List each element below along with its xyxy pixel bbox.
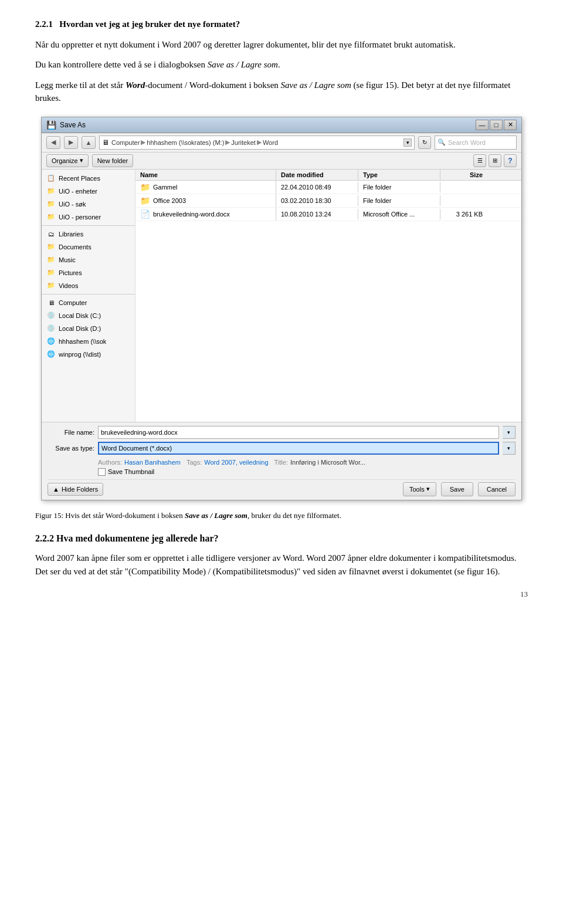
file-name-gammel: 📁 Gammel	[135, 181, 276, 194]
col-header-type[interactable]: Type	[358, 170, 440, 180]
sidebar-divider-1	[42, 225, 135, 226]
address-icon: 🖥	[102, 138, 109, 147]
page-number: 13	[35, 590, 528, 599]
save-button[interactable]: Save	[441, 482, 473, 496]
file-date-gammel: 22.04.2010 08:49	[276, 182, 358, 192]
sidebar-item-music[interactable]: 📁 Music	[42, 253, 135, 266]
sidebar-item-uio-personer[interactable]: 📁 UiO - personer	[42, 211, 135, 224]
sidebar-item-videos[interactable]: 📁 Videos	[42, 279, 135, 292]
file-type-docx: Microsoft Office ...	[358, 209, 440, 219]
file-size-docx: 3 261 KB	[440, 209, 487, 219]
authors-meta: Authors: Hasan Banihashem	[98, 459, 181, 466]
view-toggle-button[interactable]: ⊞	[489, 154, 501, 167]
file-date-office2003: 03.02.2010 18:30	[276, 195, 358, 206]
figure-caption: Figur 15: Hvis det står Word-dokument i …	[35, 510, 528, 522]
savetype-row: Save as type: ▾	[48, 442, 515, 455]
search-icon: 🔍	[437, 138, 446, 146]
sidebar-item-documents[interactable]: 📁 Documents	[42, 241, 135, 253]
sidebar-item-computer[interactable]: 🖥 Computer	[42, 296, 135, 309]
file-size-office2003	[440, 199, 487, 202]
address-content: Computer ▶ hhhashem (\\sokrates) (M:) ▶ …	[111, 138, 401, 146]
hide-icon: ▲	[53, 486, 59, 493]
pictures-icon: 📁	[46, 268, 56, 277]
footer-meta: Authors: Hasan Banihashem Tags: Word 200…	[48, 458, 515, 467]
sidebar-item-uio-enheter[interactable]: 📁 UiO - enheter	[42, 185, 135, 198]
folder-icon-office: 📁	[140, 196, 150, 205]
dialog-toolbar: ◀ ▶ ▲ 🖥 Computer ▶ hhhashem (\\sokrates)…	[42, 133, 521, 153]
music-icon: 📁	[46, 255, 56, 265]
paragraph-2: Du kan kontrollere dette ved å se i dial…	[35, 58, 528, 72]
filename-dropdown[interactable]: ▾	[503, 426, 515, 439]
savetype-label: Save as type:	[48, 445, 94, 452]
minimize-button[interactable]: —	[476, 120, 489, 130]
file-type-office2003: File folder	[358, 195, 440, 206]
main-panel: Name Date modified Type Size 📁 Gammel 22…	[135, 170, 521, 422]
file-date-docx: 10.08.2010 13:24	[276, 209, 358, 219]
col-header-name[interactable]: Name	[135, 170, 276, 180]
filename-label: File name:	[48, 429, 94, 436]
filename-input[interactable]	[98, 426, 499, 439]
organize-dropdown-icon: ▾	[80, 157, 83, 164]
paragraph-1: Når du oppretter et nytt dokument i Word…	[35, 38, 528, 52]
disk-c-icon: 💿	[46, 311, 56, 320]
sidebar-item-uio-sok[interactable]: 📁 UiO - søk	[42, 198, 135, 211]
help-button[interactable]: ?	[504, 154, 517, 167]
cancel-button[interactable]: Cancel	[478, 482, 515, 496]
folder-icon-gammel: 📁	[140, 182, 150, 192]
thumbnail-label: Save Thumbnail	[108, 468, 154, 475]
view-button[interactable]: ☰	[473, 154, 486, 167]
file-list-header: Name Date modified Type Size	[135, 170, 521, 181]
hide-folders-button[interactable]: ▲ Hide Folders	[48, 483, 103, 496]
col-header-date[interactable]: Date modified	[276, 170, 358, 180]
close-button[interactable]: ✕	[504, 120, 517, 130]
file-row-gammel[interactable]: 📁 Gammel 22.04.2010 08:49 File folder	[135, 181, 521, 194]
refresh-button[interactable]: ↻	[418, 136, 431, 149]
organize-button[interactable]: Organize ▾	[46, 154, 89, 167]
save-as-dialog-wrapper: 💾 Save As — □ ✕ ◀ ▶ ▲ 🖥 Computer ▶ hhhas…	[35, 117, 528, 500]
file-row-office2003[interactable]: 📁 Office 2003 03.02.2010 18:30 File fold…	[135, 194, 521, 208]
address-bar[interactable]: 🖥 Computer ▶ hhhashem (\\sokrates) (M:) …	[99, 136, 415, 150]
title-meta: Title: Innføring i Microsoft Wor...	[274, 459, 366, 466]
savetype-dropdown[interactable]: ▾	[503, 442, 515, 455]
sidebar-item-pictures[interactable]: 📁 Pictures	[42, 266, 135, 279]
search-bar[interactable]: 🔍 Search Word	[435, 136, 517, 150]
back-button[interactable]: ◀	[46, 136, 60, 149]
docx-icon: 📄	[140, 209, 150, 219]
sidebar-item-hhhashem[interactable]: 🌐 hhhashem (\\sok	[42, 335, 135, 348]
up-button[interactable]: ▲	[82, 136, 96, 149]
action-left: Organize ▾ New folder	[46, 154, 133, 167]
filename-row: File name: ▾	[48, 426, 515, 439]
maximize-button[interactable]: □	[490, 120, 503, 130]
tools-button[interactable]: Tools ▾	[403, 482, 436, 496]
folder-icon-2: 📁	[46, 199, 56, 209]
sidebar-item-recent[interactable]: 📋 Recent Places	[42, 172, 135, 185]
thumbnail-checkbox[interactable]	[98, 468, 106, 476]
file-name-docx: 📄 brukeveiledning-word.docx	[135, 208, 276, 221]
paragraph-3: Legg merke til at det står Word-document…	[35, 79, 528, 105]
documents-icon: 📁	[46, 242, 56, 252]
forward-button[interactable]: ▶	[64, 136, 78, 149]
sidebar-item-libraries[interactable]: 🗂 Libraries	[42, 228, 135, 241]
sidebar-item-local-d[interactable]: 💿 Local Disk (D:)	[42, 322, 135, 335]
thumbnail-row: Save Thumbnail	[48, 467, 515, 477]
col-header-size[interactable]: Size	[440, 170, 487, 180]
sidebar-item-local-c[interactable]: 💿 Local Disk (C:)	[42, 309, 135, 322]
folder-icon-3: 📁	[46, 212, 56, 222]
savetype-input[interactable]	[98, 442, 499, 455]
sidebar-panel: 📋 Recent Places 📁 UiO - enheter 📁 UiO - …	[42, 170, 135, 422]
network-icon-1: 🌐	[46, 337, 56, 346]
sidebar-item-winprog[interactable]: 🌐 winprog (\\dist)	[42, 348, 135, 361]
save-as-dialog[interactable]: 💾 Save As — □ ✕ ◀ ▶ ▲ 🖥 Computer ▶ hhhas…	[41, 117, 522, 500]
folder-icon: 📁	[46, 187, 56, 196]
dialog-actionbar: Organize ▾ New folder ☰ ⊞ ?	[42, 153, 521, 170]
file-row-docx[interactable]: 📄 brukeveiledning-word.docx 10.08.2010 1…	[135, 208, 521, 221]
disk-d-icon: 💿	[46, 324, 56, 333]
library-icon: 🗂	[46, 229, 56, 239]
dialog-footer: File name: ▾ Save as type: ▾ Authors: Ha…	[42, 422, 521, 500]
new-folder-button[interactable]: New folder	[92, 154, 134, 167]
file-size-gammel	[440, 185, 487, 189]
footer-buttons: ▲ Hide Folders Tools ▾ Save Cancel	[48, 479, 515, 496]
dialog-title-icon: 💾	[46, 120, 56, 130]
address-dropdown[interactable]: ▾	[403, 138, 412, 147]
network-icon-2: 🌐	[46, 350, 56, 359]
